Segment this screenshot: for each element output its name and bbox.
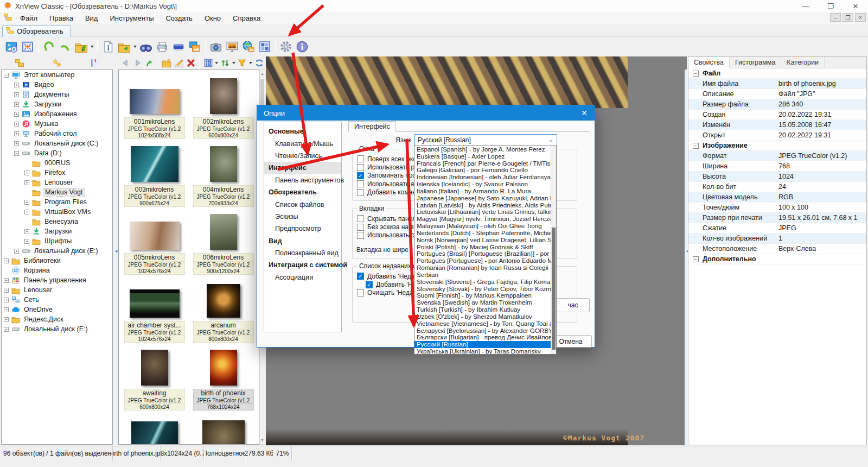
tree-item-label[interactable]: Яндекс.Диск bbox=[22, 315, 65, 323]
toolbar-copy-image-button[interactable] bbox=[187, 39, 203, 55]
thumbnail-label[interactable]: 002mikroLensJPEG TrueColor (v1.2600x800x… bbox=[193, 117, 254, 139]
expand-icon[interactable]: + bbox=[14, 83, 19, 87]
thumbnail-label[interactable]: birth of phoenixJPEG TrueColor (v1.2768x… bbox=[193, 389, 254, 411]
dialog-nav-панель-инструментов[interactable]: Панель инструментов bbox=[264, 174, 341, 186]
language-option[interactable]: Galego [Galician] - por Fernando Coello bbox=[414, 167, 556, 174]
toolbar-convert-button[interactable] bbox=[73, 39, 90, 55]
thumbnail-label[interactable]: arcanumJPEG TrueColor (v1.2800x800x24 bbox=[193, 321, 254, 343]
expand-icon[interactable]: + bbox=[14, 131, 19, 136]
tree-item-label[interactable]: Локальный диск (E:) bbox=[33, 247, 100, 255]
browser-sort-dropdown[interactable] bbox=[231, 55, 236, 71]
expand-icon[interactable]: + bbox=[24, 210, 29, 214]
browser-filter-button[interactable] bbox=[236, 57, 248, 69]
tree-item[interactable]: +Шрифты bbox=[2, 236, 112, 246]
tree-item-label[interactable]: OneDrive bbox=[22, 306, 54, 313]
tree-item[interactable]: +Локальный диск (C:) bbox=[2, 138, 112, 148]
language-option[interactable]: Українська [Ukrainian] - by Taras Domans… bbox=[414, 348, 556, 355]
tree-item-label[interactable]: Firefox bbox=[43, 169, 67, 176]
language-option[interactable]: Italiano [Italian] - by Armando R. La Mu… bbox=[414, 188, 556, 195]
dialog-nav-полноэкранный-вид[interactable]: Полноэкранный вид bbox=[264, 247, 341, 259]
tree-item-label[interactable]: Рабочий стол bbox=[33, 130, 78, 137]
language-option[interactable]: Беларускі [Byelorussian] - by Alexander … bbox=[414, 327, 556, 335]
browser-view-mode-dropdown[interactable] bbox=[214, 55, 219, 71]
menu-2[interactable]: Вид bbox=[79, 12, 104, 24]
tree-item[interactable]: +Локальный диск (E:) bbox=[2, 324, 112, 334]
checkbox-unchecked-icon[interactable] bbox=[357, 232, 364, 239]
checkbox-checked-icon[interactable]: ✓ bbox=[366, 281, 373, 288]
tree-item[interactable]: +Музыка bbox=[2, 119, 112, 129]
tree-item-label[interactable]: Библиотеки bbox=[22, 257, 62, 264]
language-option[interactable]: Japanese [Japanese] by Sato Kazuyuki, Ad… bbox=[414, 195, 556, 202]
tree-item-label[interactable]: Корзина bbox=[22, 267, 52, 274]
language-option[interactable]: Slovenski [Slovene] - Grega Fajdiga, Fil… bbox=[414, 279, 556, 286]
collapse-icon[interactable]: − bbox=[14, 151, 19, 156]
language-option[interactable]: Malaysian [Malaysian] - oleh Ooi Ghee Ti… bbox=[414, 223, 556, 230]
expand-icon[interactable]: + bbox=[14, 102, 19, 107]
tree-item-label[interactable]: Локальный диск (E:) bbox=[22, 325, 90, 333]
menu-1[interactable]: Правка bbox=[43, 12, 79, 24]
tree-item-label[interactable]: Markus Vogt bbox=[43, 188, 85, 197]
checkbox-checked-icon[interactable]: ✓ bbox=[357, 273, 364, 280]
language-option[interactable]: Vietnamese [Vietnamese] - by Ton, Quang … bbox=[414, 320, 556, 327]
expand-icon[interactable]: + bbox=[24, 229, 29, 234]
expand-icon[interactable]: + bbox=[24, 239, 29, 244]
expand-icon[interactable]: + bbox=[14, 141, 19, 146]
thumbnail-filename[interactable]: awaiting bbox=[124, 389, 185, 397]
checkbox-unchecked-icon[interactable] bbox=[357, 155, 364, 162]
tree-item-label[interactable]: VirtualBox VMs bbox=[43, 208, 92, 216]
browser-forward-button[interactable] bbox=[131, 57, 143, 69]
thumbnail-label[interactable]: 004mikroLensJPEG TrueColor (v1.2700x933x… bbox=[193, 185, 254, 207]
tree-item[interactable]: +Видео bbox=[2, 80, 112, 90]
language-option[interactable]: Svenska [Swedish] av Martin Trokenheim bbox=[414, 299, 556, 306]
tree-item-label[interactable]: Изображения bbox=[33, 110, 79, 118]
language-option[interactable]: Portugues [Portuguese] - por Antonio Edu… bbox=[414, 257, 556, 264]
thumbnail-image[interactable] bbox=[202, 420, 245, 445]
expand-icon[interactable]: + bbox=[4, 327, 9, 332]
checkbox-unchecked-icon[interactable] bbox=[357, 164, 364, 171]
tree-item[interactable]: Markus Vogt bbox=[2, 187, 112, 197]
clear-now-button[interactable]: час bbox=[556, 298, 590, 312]
thumbnail-image[interactable] bbox=[130, 89, 180, 114]
dialog-title-bar[interactable]: Опции ✕ bbox=[257, 105, 595, 121]
scroll-down-icon[interactable]: ▼ bbox=[260, 437, 265, 444]
language-option[interactable]: Espanol [Spanish] - by Jorge A. Montes P… bbox=[414, 146, 556, 153]
expand-icon[interactable]: + bbox=[24, 171, 29, 175]
thumbnail-label[interactable]: 006mikroLensJPEG TrueColor (v1.2900x1200… bbox=[193, 253, 254, 275]
thumbnail-filename[interactable]: birth of phoenix bbox=[193, 389, 254, 397]
thumbnail-image[interactable] bbox=[130, 222, 180, 250]
scroll-up-icon[interactable]: ▲ bbox=[260, 70, 265, 78]
tree-item[interactable]: +Сеть bbox=[2, 295, 112, 305]
thumbnail-image[interactable] bbox=[207, 284, 240, 318]
checkbox-checked-icon[interactable]: ✓ bbox=[357, 172, 364, 179]
tree-item-label[interactable]: Program Files bbox=[43, 198, 88, 206]
dialog-nav-предпросмотр[interactable]: Предпросмотр bbox=[264, 223, 341, 235]
language-option[interactable]: Suomi [Finnish] - by Markus Kemppainen bbox=[414, 292, 556, 299]
tree-item-label[interactable]: Загрузки bbox=[43, 228, 73, 235]
pane-tab-folders[interactable] bbox=[13, 57, 27, 69]
language-option-selected[interactable]: Русский [Russian] bbox=[414, 341, 556, 348]
browser-up-button[interactable] bbox=[144, 57, 156, 69]
tree-item-label[interactable]: Шрифты bbox=[43, 237, 73, 245]
toolbar-print-button[interactable] bbox=[154, 39, 170, 55]
dropdown-scrollbar[interactable] bbox=[551, 146, 556, 354]
pane-tab-favorites[interactable] bbox=[50, 57, 63, 69]
language-option[interactable]: Nederlands [Dutch] - Stephan Paternotte,… bbox=[414, 230, 556, 237]
expand-icon[interactable]: + bbox=[14, 249, 19, 254]
language-combobox[interactable]: Русский [Russian] ⌄ bbox=[414, 134, 557, 146]
dialog-nav-интеграция-с-системой[interactable]: Интеграция с системой bbox=[264, 259, 341, 271]
tree-item[interactable]: +Локальный диск (E:) bbox=[2, 246, 112, 256]
toolbar-open-with-dropdown[interactable] bbox=[132, 39, 138, 55]
language-option[interactable]: Francais [French] par Pierre-e Gougelet … bbox=[414, 160, 556, 167]
browser-filter-dropdown[interactable] bbox=[248, 55, 253, 71]
toolbar-rotate-right-button[interactable] bbox=[57, 39, 73, 55]
expand-icon[interactable]: + bbox=[24, 180, 29, 185]
thumbnail-label[interactable]: 001mikroLensJPEG TrueColor (v1.21024x508… bbox=[124, 117, 185, 139]
tree-item[interactable]: +OneDrive bbox=[2, 305, 112, 314]
language-option[interactable]: Euskera [Basque] - Axier Lopez bbox=[414, 153, 556, 160]
language-option[interactable]: Turkish [Turkish] - by Ibrahim Kutluay bbox=[414, 306, 556, 313]
tree-item[interactable]: +Program Files bbox=[2, 197, 112, 207]
thumbnail-image[interactable] bbox=[210, 146, 237, 182]
checkbox-unchecked-icon[interactable] bbox=[357, 224, 364, 231]
thumbnail-image[interactable] bbox=[210, 350, 237, 386]
restore-button[interactable]: ❐ bbox=[818, 0, 843, 12]
